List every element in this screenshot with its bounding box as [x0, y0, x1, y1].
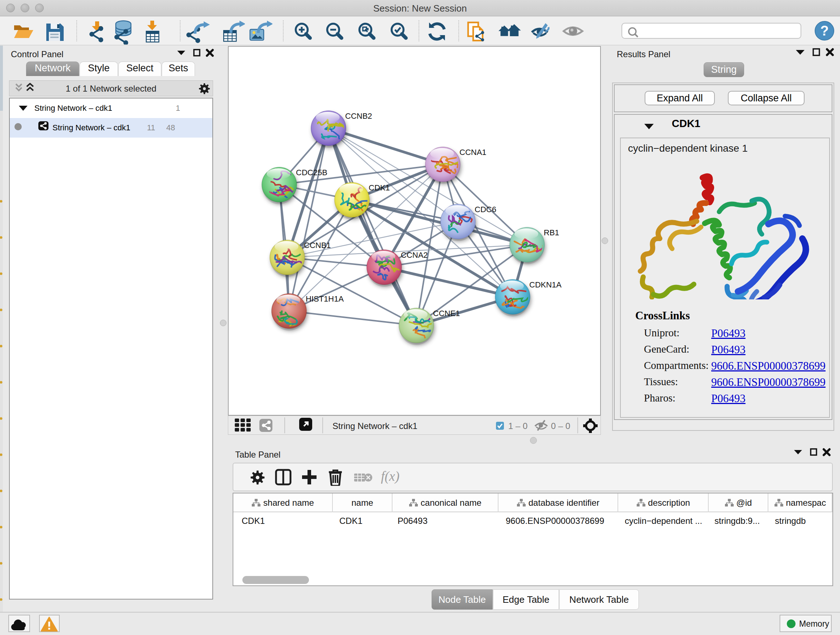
svg-text:CCNB1: CCNB1 [304, 241, 331, 250]
svg-text:CDKN1A: CDKN1A [529, 280, 562, 289]
svg-text:RB1: RB1 [544, 228, 559, 237]
svg-text:CDK1: CDK1 [369, 183, 390, 192]
svg-text:HIST1H1A: HIST1H1A [306, 295, 344, 303]
svg-text:?: ? [820, 23, 829, 38]
svg-text:CDC6: CDC6 [475, 205, 496, 214]
svg-text:CCNA2: CCNA2 [401, 250, 428, 260]
svg-text:CCNE1: CCNE1 [433, 309, 460, 318]
svg-text:CDC25B: CDC25B [296, 168, 327, 177]
svg-text:CCNA1: CCNA1 [459, 148, 486, 157]
svg-text:CCNB2: CCNB2 [345, 111, 372, 120]
